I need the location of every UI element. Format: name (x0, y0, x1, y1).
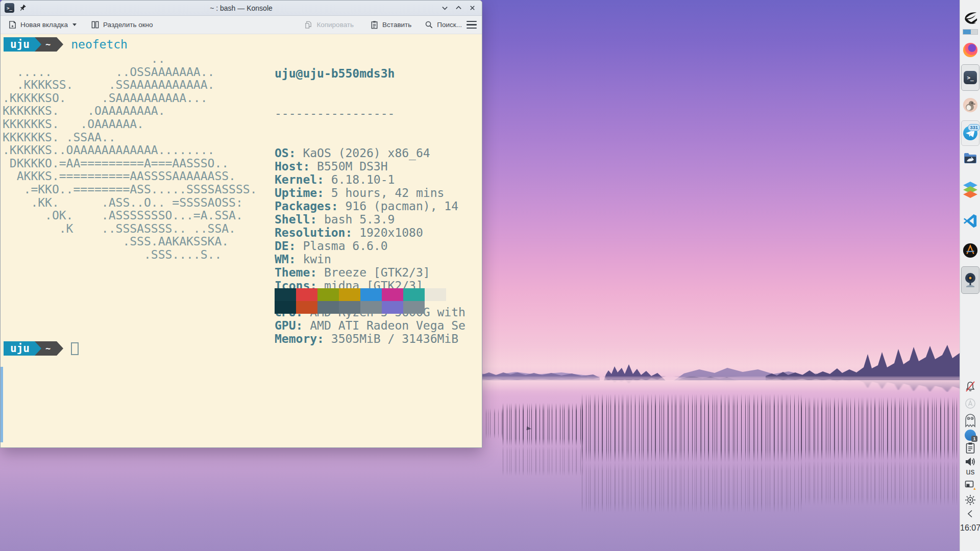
powerline-arrow-icon (35, 37, 41, 52)
palette-swatch (339, 301, 360, 314)
maximize-button[interactable] (454, 4, 463, 13)
updates-count-badge: 1 (971, 436, 977, 442)
ghost-tray[interactable] (960, 413, 980, 428)
konsole-task[interactable]: >_ (960, 64, 980, 91)
copy-label: Копировать (316, 21, 354, 29)
palette-swatch (382, 288, 403, 301)
window-titlebar[interactable]: >_ ~ : bash — Konsole (1, 1, 482, 16)
kaos-launcher-button[interactable] (960, 10, 980, 26)
terminal-screen[interactable]: uju ~ neofetch .. ..... ..OSSAAAAAAA.. .… (1, 34, 482, 448)
powerline-arrow-icon (57, 37, 63, 52)
telegram-unread-badge: 331 (968, 124, 980, 131)
window-toolbar: Новая вкладка Разделить окно Копировать (1, 16, 482, 34)
palette-row-2 (275, 301, 446, 314)
wallpaper-horizon-glow (459, 380, 980, 391)
anarchy-tray[interactable] (960, 398, 980, 409)
plasma-panel: >_ 331 (960, 0, 980, 551)
palette-swatch (275, 288, 296, 301)
konsole-window: >_ ~ : bash — Konsole (0, 0, 482, 448)
wallpaper-reeds (801, 397, 960, 461)
close-button[interactable] (468, 4, 477, 13)
telegram-icon: 331 (963, 126, 977, 140)
digital-clock[interactable]: 16:07 (960, 523, 980, 533)
office-launcher[interactable] (960, 182, 980, 199)
telegram-task[interactable]: 331 (960, 120, 980, 146)
wallpaper-reed-reflections (503, 445, 584, 476)
dolphin-launcher[interactable] (960, 151, 980, 165)
bird-avatar-icon (963, 98, 977, 112)
anarchy-icon (963, 243, 978, 258)
info-row: Resolution: 980x551 (275, 226, 465, 239)
info-row: Uptime: 5 hours, 42 mins (275, 186, 465, 199)
terminal-cursor (71, 342, 79, 355)
updates-icon: 1 (965, 430, 976, 441)
minimize-button[interactable] (440, 4, 449, 13)
chat-avatar-task[interactable] (960, 98, 980, 112)
wallpaper-reeds (503, 403, 584, 446)
palette-swatch (425, 288, 446, 301)
copy-button[interactable]: Копировать (300, 17, 358, 33)
new-tab-dropdown-icon[interactable] (72, 23, 77, 26)
search-label: Поиск... (437, 21, 462, 29)
paste-icon (370, 20, 379, 29)
expand-tray-button[interactable] (960, 509, 980, 518)
info-row: Kernel: 6.18.10-1 (275, 173, 465, 186)
split-view-button[interactable]: Разделить окно (86, 17, 158, 33)
paste-button[interactable]: Вставить (365, 17, 416, 33)
updates-tray[interactable]: 1 (960, 430, 980, 441)
webcam-icon (963, 272, 977, 288)
palette-swatch (339, 288, 360, 301)
search-button[interactable]: Поиск... (420, 17, 467, 33)
powerline-arrow-icon (35, 341, 41, 356)
kaos-logo-icon (963, 10, 978, 26)
active-desktop[interactable] (963, 30, 971, 34)
camera-app-task[interactable] (960, 266, 980, 294)
ghost-icon (964, 413, 977, 428)
new-tab-icon (8, 20, 17, 29)
virtual-desktop-pager[interactable] (960, 29, 980, 35)
new-tab-button[interactable]: Новая вкладка (4, 17, 81, 33)
brightness-icon (964, 494, 976, 506)
terminal-color-palette (275, 288, 446, 314)
prompt-dir-segment: ~ (41, 341, 57, 356)
prompt-user-segment: uju (4, 37, 35, 52)
copy-icon (304, 20, 313, 29)
ascii-art: .. ..... ..OSSAAAAAAA.. .KKKKSS. .SSAAAA… (3, 53, 257, 262)
clipboard-tray[interactable] (960, 442, 980, 454)
chevron-left-icon (966, 509, 975, 518)
vscode-icon (963, 213, 978, 229)
palette-swatch (382, 301, 403, 314)
prompt-line: uju ~ neofetch (4, 37, 128, 52)
info-row: GPU: AMD ATI Radeon Vega Se (275, 319, 465, 332)
info-row: OS: KaOS (2026) x86_64 (275, 146, 465, 160)
firefox-launcher[interactable] (960, 43, 980, 57)
konsole-icon: >_ (964, 71, 977, 84)
split-view-label: Разделить окно (103, 21, 153, 29)
screen-layout-tray[interactable] (960, 480, 980, 491)
neofetch-host-title: uju@uju-b550mds3h (275, 67, 465, 80)
palette-swatch (360, 288, 382, 301)
palette-swatch (296, 301, 317, 314)
paste-label: Вставить (382, 21, 411, 29)
wallpaper-reeds (582, 394, 801, 463)
powerline-arrow-icon (57, 341, 63, 356)
prompt-user-segment: uju (4, 341, 35, 356)
search-icon (425, 20, 433, 29)
wallpaper-reed-reflections (801, 460, 960, 506)
palette-swatch (403, 301, 425, 314)
new-tab-label: Новая вкладка (20, 21, 68, 29)
info-row: Shell: bash 5.3.9 (275, 213, 465, 226)
vscode-launcher[interactable] (960, 213, 980, 229)
wallpaper-reed-reflections (582, 462, 801, 513)
info-row: WM: kwin (275, 253, 465, 266)
menu-button[interactable] (467, 21, 477, 29)
night-color-tray[interactable] (960, 494, 980, 506)
palette-swatch (403, 288, 425, 301)
notifications-muted-tray[interactable] (960, 381, 980, 393)
info-row: Packages: 916 (pacman), 14 (275, 199, 465, 213)
volume-tray[interactable] (960, 456, 980, 467)
scrolled-lines-indicator (1, 367, 3, 442)
anarchy-app-launcher[interactable] (960, 243, 980, 258)
keyboard-layout-tray[interactable]: us (960, 467, 980, 477)
window-title: ~ : bash — Konsole (1, 4, 482, 12)
